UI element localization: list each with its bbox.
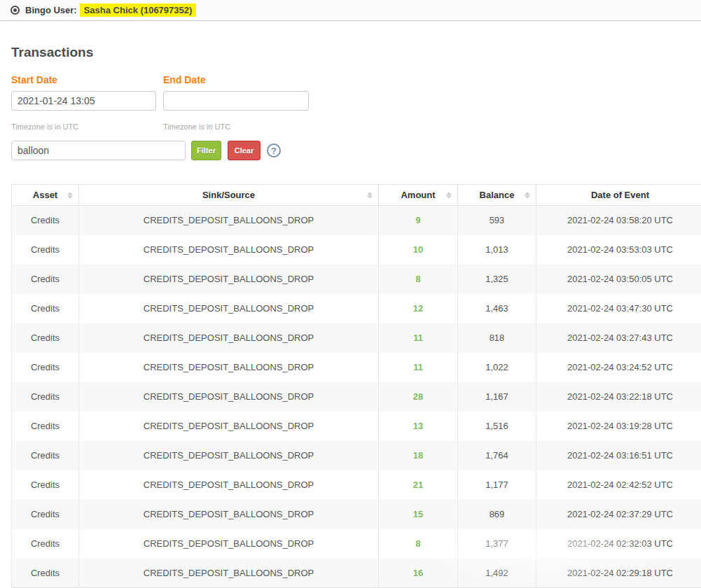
- column-header-asset[interactable]: Asset: [12, 185, 79, 206]
- help-icon[interactable]: ?: [267, 144, 281, 158]
- asset-cell: Credits: [12, 353, 79, 382]
- asset-cell: Credits: [12, 265, 79, 294]
- amount-cell: 8: [379, 265, 458, 294]
- page-title: Transactions: [11, 45, 701, 60]
- asset-cell: Credits: [12, 206, 79, 235]
- start-date-group: Start Date Timezone is in UTC: [11, 74, 156, 131]
- balance-cell: 1,167: [458, 382, 536, 412]
- date-of-event-cell: 2021-02-24 03:22:18 UTC: [536, 382, 701, 412]
- date-of-event-cell: 2021-02-24 02:32:03 UTC: [536, 529, 701, 559]
- table-row: CreditsCREDITS_DEPOSIT_BALLOONS_DROP9593…: [12, 206, 701, 235]
- asset-cell: Credits: [12, 235, 79, 265]
- table-row: CreditsCREDITS_DEPOSIT_BALLOONS_DROP281,…: [12, 382, 701, 412]
- table-row: CreditsCREDITS_DEPOSIT_BALLOONS_DROP161,…: [12, 559, 701, 588]
- table-row: CreditsCREDITS_DEPOSIT_BALLOONS_DROP1586…: [12, 500, 701, 529]
- date-of-event-cell: 2021-02-24 03:27:43 UTC: [536, 323, 701, 353]
- sink-source-cell: CREDITS_DEPOSIT_BALLOONS_DROP: [79, 235, 379, 265]
- amount-cell: 15: [379, 500, 458, 529]
- amount-cell: 28: [379, 382, 458, 412]
- end-date-input[interactable]: [163, 91, 309, 111]
- table-row: CreditsCREDITS_DEPOSIT_BALLOONS_DROP81,3…: [12, 265, 701, 294]
- balance-cell: 869: [458, 500, 536, 529]
- balance-cell: 1,764: [458, 441, 536, 470]
- date-of-event-cell: 2021-02-24 03:50:05 UTC: [536, 265, 701, 294]
- column-header-label: Amount: [401, 190, 435, 200]
- balance-cell: 1,516: [458, 412, 536, 441]
- main-content: Transactions Start Date Timezone is in U…: [0, 45, 701, 588]
- sink-source-cell: CREDITS_DEPOSIT_BALLOONS_DROP: [79, 323, 379, 353]
- table-row: CreditsCREDITS_DEPOSIT_BALLOONS_DROP131,…: [12, 412, 701, 441]
- bingo-user-label: Bingo User:: [25, 5, 77, 15]
- transactions-table-body: CreditsCREDITS_DEPOSIT_BALLOONS_DROP9593…: [12, 206, 701, 588]
- balance-cell: 1,492: [458, 559, 536, 588]
- amount-cell: 9: [379, 206, 458, 235]
- table-row: CreditsCREDITS_DEPOSIT_BALLOONS_DROP211,…: [12, 470, 701, 500]
- search-row: Filter Clear ?: [11, 141, 701, 160]
- sink-source-cell: CREDITS_DEPOSIT_BALLOONS_DROP: [79, 441, 379, 470]
- sink-source-cell: CREDITS_DEPOSIT_BALLOONS_DROP: [79, 353, 379, 382]
- bingo-user-value[interactable]: Sasha Chick (106797352): [80, 4, 197, 17]
- column-header-label: Sink/Source: [202, 190, 255, 200]
- asset-cell: Credits: [12, 559, 79, 588]
- amount-cell: 11: [379, 353, 458, 382]
- sink-source-cell: CREDITS_DEPOSIT_BALLOONS_DROP: [79, 382, 379, 412]
- sort-icon[interactable]: [67, 192, 73, 198]
- balance-cell: 1,325: [458, 265, 536, 294]
- start-date-input[interactable]: [11, 91, 156, 111]
- date-of-event-cell: 2021-02-24 03:58:20 UTC: [536, 206, 701, 235]
- column-header-balance[interactable]: Balance: [458, 185, 536, 206]
- amount-cell: 13: [379, 412, 458, 441]
- date-of-event-cell: 2021-02-24 02:42:52 UTC: [536, 470, 701, 500]
- amount-cell: 21: [379, 470, 458, 500]
- balance-cell: 1,013: [458, 235, 536, 265]
- date-of-event-cell: 2021-02-24 03:24:52 UTC: [536, 353, 701, 382]
- sink-source-cell: CREDITS_DEPOSIT_BALLOONS_DROP: [79, 470, 379, 500]
- table-row: CreditsCREDITS_DEPOSIT_BALLOONS_DROP181,…: [12, 441, 701, 470]
- balance-cell: 593: [458, 206, 536, 235]
- amount-cell: 11: [379, 323, 458, 353]
- clear-button[interactable]: Clear: [228, 141, 261, 160]
- transactions-table-wrap: Asset Sink/Source Amount Balance: [11, 184, 701, 588]
- balance-cell: 1,463: [458, 294, 536, 323]
- transactions-table: Asset Sink/Source Amount Balance: [11, 184, 701, 588]
- search-input[interactable]: [11, 141, 186, 160]
- table-row: CreditsCREDITS_DEPOSIT_BALLOONS_DROP101,…: [12, 235, 701, 265]
- table-header-row: Asset Sink/Source Amount Balance: [12, 185, 701, 206]
- table-row: CreditsCREDITS_DEPOSIT_BALLOONS_DROP81,3…: [12, 529, 701, 559]
- sink-source-cell: CREDITS_DEPOSIT_BALLOONS_DROP: [79, 559, 379, 588]
- column-header-label: Balance: [480, 190, 515, 200]
- table-row: CreditsCREDITS_DEPOSIT_BALLOONS_DROP111,…: [12, 353, 701, 382]
- start-date-label: Start Date: [11, 74, 156, 85]
- end-date-label: End Date: [163, 74, 309, 85]
- amount-cell: 12: [379, 294, 458, 323]
- asset-cell: Credits: [12, 500, 79, 529]
- end-date-group: End Date Timezone is in UTC: [163, 74, 309, 131]
- amount-cell: 16: [379, 559, 458, 588]
- sort-icon[interactable]: [446, 192, 452, 198]
- sink-source-cell: CREDITS_DEPOSIT_BALLOONS_DROP: [79, 529, 379, 559]
- sink-source-cell: CREDITS_DEPOSIT_BALLOONS_DROP: [79, 412, 379, 441]
- filter-button[interactable]: Filter: [191, 141, 221, 160]
- asset-cell: Credits: [12, 382, 79, 412]
- date-of-event-cell: 2021-02-24 03:47:30 UTC: [536, 294, 701, 323]
- amount-cell: 10: [379, 235, 458, 265]
- balance-cell: 1,377: [458, 529, 536, 559]
- amount-cell: 18: [379, 441, 458, 470]
- asset-cell: Credits: [12, 294, 79, 323]
- end-date-timezone-hint: Timezone is in UTC: [163, 122, 309, 131]
- table-row: CreditsCREDITS_DEPOSIT_BALLOONS_DROP121,…: [12, 294, 701, 323]
- column-header-sink-source[interactable]: Sink/Source: [79, 185, 379, 206]
- column-header-date-of-event[interactable]: Date of Event: [536, 185, 701, 206]
- asset-cell: Credits: [12, 412, 79, 441]
- sort-icon[interactable]: [525, 192, 530, 198]
- sink-source-cell: CREDITS_DEPOSIT_BALLOONS_DROP: [79, 206, 379, 235]
- start-date-timezone-hint: Timezone is in UTC: [11, 122, 156, 131]
- balance-cell: 1,177: [458, 470, 536, 500]
- column-header-label: Asset: [33, 190, 57, 200]
- app-window: Bingo User: Sasha Chick (106797352) Tran…: [0, 0, 701, 588]
- sort-icon[interactable]: [367, 192, 373, 198]
- column-header-amount[interactable]: Amount: [379, 185, 458, 206]
- sink-source-cell: CREDITS_DEPOSIT_BALLOONS_DROP: [79, 500, 379, 529]
- amount-cell: 8: [379, 529, 458, 559]
- column-header-label: Date of Event: [591, 190, 649, 200]
